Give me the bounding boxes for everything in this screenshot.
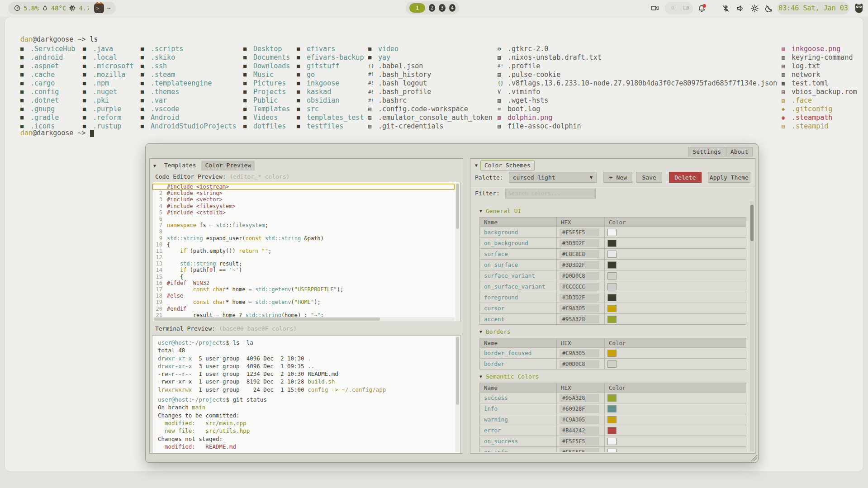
hex-value-input[interactable]: #C9A305 [560, 416, 599, 424]
hex-value-input[interactable]: #B44242 [560, 426, 599, 435]
color-schemes-title[interactable]: Color Schemes [480, 160, 535, 171]
about-button[interactable]: About [726, 147, 753, 156]
collapse-arrow-icon[interactable]: ▼ [475, 163, 478, 168]
line-number: 18 [152, 293, 167, 299]
palette-dropdown[interactable]: cursed-light ▼ [509, 172, 597, 183]
resize-grip[interactable] [751, 455, 757, 461]
color-swatch[interactable] [607, 294, 617, 301]
color-swatch[interactable] [607, 350, 617, 357]
hex-value-input[interactable]: #95A328 [560, 315, 599, 323]
hex-value-input[interactable]: #3D3D2F [560, 261, 599, 269]
terminal-preview-line: -rw-r--r-- 1 user group 1234 Dec 2 10:30… [158, 370, 454, 378]
color-swatch[interactable] [607, 438, 617, 445]
table-row: info#60928F [480, 403, 746, 414]
tab-templates[interactable]: Templates [161, 161, 199, 171]
apply-theme-button[interactable]: Apply Theme [708, 172, 750, 183]
hex-value-input[interactable]: #3D3D2F [560, 239, 599, 247]
key-icon: ▥ [782, 54, 792, 61]
workspace-4[interactable]: 4 [449, 4, 455, 12]
screen-record-button[interactable] [647, 2, 663, 14]
dir-icon: ■ [20, 97, 30, 104]
system-stats-pill[interactable]: 5.8% 48°C 4.7G [8, 2, 100, 14]
workspace-2[interactable]: 2 [429, 4, 435, 12]
collapse-arrow-icon[interactable]: ▼ [153, 163, 156, 168]
active-app-pill[interactable]: >_ ~ [89, 2, 116, 14]
ls-entry: ▤.nixos-unstab.draft.txt [498, 53, 777, 62]
color-swatch[interactable] [607, 360, 617, 368]
section-header[interactable]: ▼Borders [479, 328, 755, 335]
hex-value-input[interactable]: #E8E8E8 [560, 250, 599, 258]
code-horizontal-scrollbar[interactable] [153, 317, 455, 321]
hex-value-input[interactable]: #F5F5F5 [560, 437, 599, 445]
terminal-vertical-scrollbar[interactable] [455, 336, 460, 452]
ls-entry: ■.pki [83, 96, 133, 105]
volume-button[interactable] [733, 2, 747, 14]
hex-value-input[interactable]: #CCCCCC [560, 283, 599, 291]
video-camera-icon [650, 4, 659, 12]
save-button[interactable]: Save [636, 172, 662, 183]
color-swatch[interactable] [607, 240, 617, 247]
color-swatch[interactable] [607, 229, 617, 236]
ls-entry: ■Music [243, 70, 290, 79]
hex-value-input[interactable]: #D0D0C8 [560, 360, 599, 368]
color-swatch[interactable] [607, 394, 617, 402]
ls-entry: ■.ssh [141, 62, 237, 70]
file-icon: ▤ [498, 97, 508, 104]
section-header[interactable]: ▼Semantic Colors [479, 373, 755, 380]
file-name: .config [30, 88, 59, 96]
steam-icon: ◉ [782, 114, 792, 121]
hex-value-input[interactable]: #60928F [560, 405, 599, 413]
temperature-icon [42, 5, 48, 12]
night-light-button[interactable] [762, 2, 776, 14]
settings-button[interactable]: Settings [688, 147, 726, 156]
code-vertical-scrollbar[interactable] [455, 183, 460, 321]
active-app-label: ~ [107, 5, 110, 12]
color-swatch[interactable] [607, 416, 617, 423]
section-header[interactable]: ▼General UI [479, 208, 755, 214]
file-icon: ▤ [782, 123, 792, 129]
color-swatch[interactable] [607, 305, 617, 312]
file-name: .scripts [151, 45, 183, 53]
color-swatch[interactable] [607, 251, 617, 258]
color-swatch[interactable] [607, 261, 617, 269]
inactive-tray-group[interactable] [665, 2, 693, 14]
workspace-1-active[interactable]: 1 [409, 3, 425, 13]
file-name: Android [151, 114, 179, 122]
hex-value-input[interactable]: #F5F5F5 [560, 228, 599, 237]
notifications-button[interactable] [695, 2, 708, 14]
brightness-button[interactable] [748, 2, 761, 14]
file-name: .gitconfig [792, 105, 832, 113]
hex-value-input[interactable]: #D0D0C8 [560, 272, 599, 280]
workspace-3[interactable]: 3 [439, 4, 445, 12]
filter-input[interactable] [505, 189, 596, 199]
color-swatch[interactable] [607, 405, 617, 412]
color-swatch[interactable] [607, 283, 617, 290]
terminal-preview-line: On branch main [158, 404, 454, 412]
bluetooth-button[interactable] [719, 2, 732, 14]
ls-entry: ▤.config.code-workspace [368, 105, 493, 114]
tab-color-preview[interactable]: Color Preview [201, 161, 255, 171]
color-swatch[interactable] [607, 449, 617, 453]
power-menu-button[interactable] [852, 2, 866, 14]
panel-vertical-scrollbar[interactable] [750, 201, 754, 451]
code-line: 6 [152, 216, 455, 222]
file-name: inkgoose [307, 79, 339, 87]
hex-value-input[interactable]: #95A328 [560, 394, 599, 402]
file-name: .steampid [792, 122, 828, 130]
file-name: .ServiceHub [30, 45, 75, 53]
color-table: NameHEXColorsuccess#95A328info#60928Fwar… [479, 383, 746, 452]
hex-value-input[interactable]: #3D3D2F [560, 294, 599, 302]
ls-entry: ■.npm [83, 79, 133, 87]
delete-button[interactable]: Delete [669, 172, 702, 183]
color-swatch[interactable] [607, 316, 617, 323]
color-swatch[interactable] [607, 427, 617, 434]
new-palette-button[interactable]: + New [603, 172, 632, 183]
color-name: success [480, 394, 508, 401]
hex-value-input[interactable]: #C9A305 [560, 349, 599, 357]
clock-pill[interactable]: 03:46 Sat, Jan 03 [777, 2, 849, 14]
color-name: error [480, 427, 501, 434]
hex-value-input[interactable]: #C9A305 [560, 304, 599, 313]
color-swatch[interactable] [607, 272, 617, 280]
hex-value-input[interactable]: #F5F5F5 [560, 448, 599, 453]
terminal-cursor [90, 130, 94, 137]
